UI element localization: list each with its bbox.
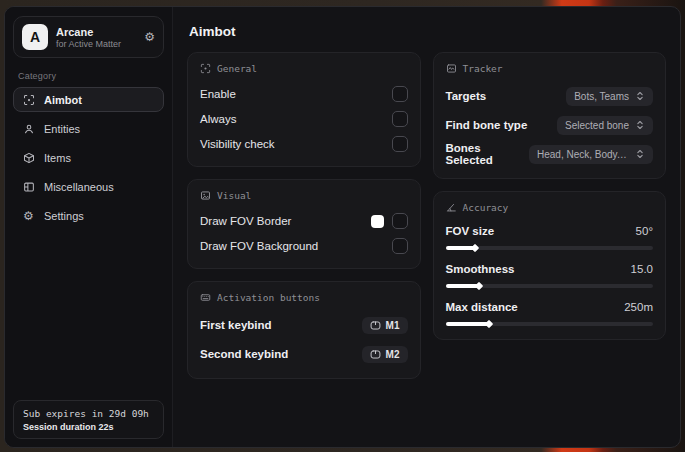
always-checkbox[interactable] xyxy=(392,111,408,127)
tracker-card: Tracker Targets Bots, Teams Find bone ty… xyxy=(433,52,667,179)
visual-card-header: Visual xyxy=(200,190,408,201)
dropdown-value: Head, Neck, Body, Pe.. xyxy=(537,149,629,160)
toggle-label: Draw FOV Border xyxy=(200,215,291,227)
sidebar-item-aimbot[interactable]: Aimbot xyxy=(13,87,164,112)
smoothness-slider[interactable] xyxy=(446,284,654,288)
cube-icon xyxy=(22,151,35,164)
chevron-up-down-icon xyxy=(635,91,645,101)
slider-value: 50° xyxy=(636,225,653,237)
visual-card: Visual Draw FOV Border Draw FOV Backgrou… xyxy=(187,179,421,269)
enable-checkbox[interactable] xyxy=(392,86,408,102)
sidebar-item-label: Settings xyxy=(44,210,84,222)
slider-value: 15.0 xyxy=(631,263,653,275)
tracker-card-header: Tracker xyxy=(446,63,654,74)
dropdown-label: Targets xyxy=(446,90,487,102)
crosshair-icon xyxy=(22,93,35,106)
keybind-value: M2 xyxy=(386,349,400,360)
sidebar-item-entities[interactable]: Entities xyxy=(13,116,164,141)
slider-group-fov-size: FOV size 50° xyxy=(446,222,654,250)
sidebar-item-label: Aimbot xyxy=(44,94,82,106)
slider-thumb[interactable] xyxy=(470,244,478,252)
slider-thumb[interactable] xyxy=(485,320,493,328)
category-label: Category xyxy=(18,71,159,81)
sidebar-item-label: Entities xyxy=(44,123,80,135)
general-card-header: General xyxy=(200,63,408,74)
app-subtitle: for Active Matter xyxy=(56,39,121,49)
main-panel: Aimbot General Enable xyxy=(173,7,680,447)
slider-label: Max distance xyxy=(446,301,518,313)
activation-card-header: Activation buttons xyxy=(200,292,408,303)
slider-value: 250m xyxy=(624,301,653,313)
crosshair-icon xyxy=(200,63,211,74)
sidebar-item-label: Items xyxy=(44,152,71,164)
targets-dropdown[interactable]: Bots, Teams xyxy=(566,87,653,106)
slider-fill xyxy=(446,284,479,288)
cheat-menu-window: A Arcane for Active Matter ⚙ Category Ai… xyxy=(4,6,681,448)
tracker-row-targets: Targets Bots, Teams xyxy=(446,83,654,109)
toggle-row-draw-fov-background: Draw FOV Background xyxy=(200,235,408,257)
dropdown-label: Bones Selected xyxy=(446,142,530,166)
tracker-icon xyxy=(446,63,457,74)
toggle-label: Enable xyxy=(200,88,236,100)
sidebar-item-settings[interactable]: ⚙ Settings xyxy=(13,203,164,228)
fov-size-slider[interactable] xyxy=(446,246,654,250)
angle-icon xyxy=(446,202,457,213)
toggle-label: Draw FOV Background xyxy=(200,240,318,252)
find-bone-type-dropdown[interactable]: Selected bone xyxy=(557,116,653,135)
fov-border-color-swatch[interactable] xyxy=(371,215,384,228)
bones-selected-dropdown[interactable]: Head, Neck, Body, Pe.. xyxy=(529,145,653,164)
draw-fov-border-checkbox[interactable] xyxy=(392,213,408,229)
chevron-up-down-icon xyxy=(635,149,645,159)
slider-group-max-distance: Max distance 250m xyxy=(446,298,654,326)
dropdown-label: Find bone type xyxy=(446,119,528,131)
keyboard-icon xyxy=(200,292,211,303)
gear-icon[interactable]: ⚙ xyxy=(144,31,155,43)
slider-thumb[interactable] xyxy=(474,282,482,290)
slider-label: Smoothness xyxy=(446,263,515,275)
toggle-row-visibility-check: Visibility check xyxy=(200,133,408,155)
toggle-row-enable: Enable xyxy=(200,83,408,105)
slider-label: FOV size xyxy=(446,225,495,237)
accuracy-card: Accuracy FOV size 50° xyxy=(433,191,667,340)
toggle-label: Always xyxy=(200,113,236,125)
dropdown-value: Bots, Teams xyxy=(574,91,629,102)
app-logo: A xyxy=(22,24,48,50)
image-icon xyxy=(200,190,211,201)
toggle-row-always: Always xyxy=(200,108,408,130)
visibility-check-checkbox[interactable] xyxy=(392,136,408,152)
entities-icon xyxy=(22,122,35,135)
slider-group-smoothness: Smoothness 15.0 xyxy=(446,260,654,288)
tracker-row-bones-selected: Bones Selected Head, Neck, Body, Pe.. xyxy=(446,141,654,167)
session-duration-text: Session duration 22s xyxy=(23,422,154,432)
keybind-value: M1 xyxy=(386,320,400,331)
chevron-up-down-icon xyxy=(635,120,645,130)
toggle-row-draw-fov-border: Draw FOV Border xyxy=(200,210,408,232)
second-keybind-button[interactable]: M2 xyxy=(362,346,408,363)
keybind-row-first: First keybind M1 xyxy=(200,312,408,338)
tracker-row-find-bone-type: Find bone type Selected bone xyxy=(446,112,654,138)
draw-fov-background-checkbox[interactable] xyxy=(392,238,408,254)
keybind-label: First keybind xyxy=(200,319,272,331)
dropdown-value: Selected bone xyxy=(565,120,629,131)
sidebar: A Arcane for Active Matter ⚙ Category Ai… xyxy=(5,7,173,447)
app-name: Arcane xyxy=(56,26,121,38)
mouse-icon xyxy=(370,321,381,330)
sub-expires-text: Sub expires in 29d 09h xyxy=(23,408,154,419)
accuracy-card-header: Accuracy xyxy=(446,202,654,213)
brand-card: A Arcane for Active Matter ⚙ xyxy=(13,16,164,58)
first-keybind-button[interactable]: M1 xyxy=(362,317,408,334)
sidebar-item-items[interactable]: Items xyxy=(13,145,164,170)
mouse-icon xyxy=(370,350,381,359)
page-title: Aimbot xyxy=(189,24,666,39)
max-distance-slider[interactable] xyxy=(446,322,654,326)
general-card: General Enable Always Visibility check xyxy=(187,52,421,167)
toggle-label: Visibility check xyxy=(200,138,275,150)
sidebar-item-label: Miscellaneous xyxy=(44,181,114,193)
gear-icon: ⚙ xyxy=(22,209,35,222)
sidebar-item-miscellaneous[interactable]: Miscellaneous xyxy=(13,174,164,199)
activation-card: Activation buttons First keybind M1 xyxy=(187,281,421,379)
keybind-row-second: Second keybind M2 xyxy=(200,341,408,367)
keybind-label: Second keybind xyxy=(200,348,288,360)
panels-icon xyxy=(22,180,35,193)
brand-text: Arcane for Active Matter xyxy=(56,26,121,49)
